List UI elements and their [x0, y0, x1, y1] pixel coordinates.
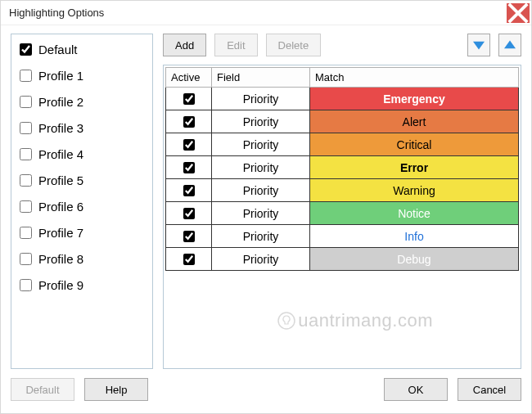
cancel-button[interactable]: Cancel — [458, 378, 521, 401]
col-header-active[interactable]: Active — [166, 68, 212, 88]
active-cell[interactable] — [166, 248, 212, 271]
field-cell: Priority — [212, 248, 310, 271]
default-button: Default — [11, 378, 74, 401]
active-checkbox[interactable] — [183, 139, 195, 151]
profile-item[interactable]: Profile 1 — [11, 62, 152, 88]
table-row[interactable]: PriorityNotice — [166, 202, 519, 225]
profile-label: Profile 6 — [38, 200, 83, 214]
table-header-row: Active Field Match — [166, 68, 519, 88]
profile-checkbox[interactable] — [20, 253, 32, 265]
profile-item[interactable]: Default — [11, 36, 152, 62]
active-checkbox[interactable] — [183, 162, 195, 173]
close-icon — [507, 2, 530, 25]
field-cell: Priority — [212, 202, 310, 225]
toolbar: Add Edit Delete — [163, 34, 521, 56]
rules-table: Active Field Match PriorityEmergencyPrio… — [165, 67, 519, 271]
table-row[interactable]: PriorityInfo — [166, 225, 519, 248]
field-cell: Priority — [212, 179, 310, 202]
match-cell: Info — [310, 225, 519, 248]
profile-item[interactable]: Profile 3 — [11, 115, 152, 141]
field-cell: Priority — [212, 110, 310, 133]
profile-item[interactable]: Profile 8 — [11, 245, 152, 272]
window-title: Highlighting Options — [9, 7, 507, 19]
table-row[interactable]: PriorityDebug — [166, 248, 519, 271]
active-checkbox[interactable] — [183, 208, 195, 219]
titlebar: Highlighting Options — [1, 1, 531, 25]
match-cell: Error — [310, 156, 519, 179]
profile-label: Profile 8 — [38, 252, 83, 266]
active-cell[interactable] — [166, 88, 212, 110]
profile-label: Profile 9 — [38, 278, 83, 292]
field-cell: Priority — [212, 88, 310, 110]
delete-button: Delete — [266, 34, 322, 56]
edit-button: Edit — [214, 34, 257, 56]
col-header-field[interactable]: Field — [212, 68, 310, 88]
profile-checkbox[interactable] — [20, 279, 32, 291]
col-header-match[interactable]: Match — [310, 68, 519, 88]
profiles-list[interactable]: DefaultProfile 1Profile 2Profile 3Profil… — [11, 34, 153, 369]
dialog-window: Highlighting Options DefaultProfile 1Pro… — [0, 0, 532, 414]
profile-checkbox[interactable] — [20, 200, 32, 213]
active-cell[interactable] — [166, 156, 212, 179]
profile-checkbox[interactable] — [20, 96, 32, 108]
profile-label: Default — [38, 43, 78, 56]
profile-label: Profile 2 — [38, 95, 83, 109]
right-pane: Add Edit Delete Acti — [163, 34, 521, 369]
profile-checkbox[interactable] — [20, 174, 32, 187]
help-button[interactable]: Help — [84, 378, 148, 401]
active-checkbox[interactable] — [183, 231, 195, 242]
profile-label: Profile 4 — [38, 147, 83, 161]
arrow-up-icon — [504, 39, 516, 51]
profile-label: Profile 5 — [38, 173, 83, 187]
active-cell[interactable] — [166, 110, 212, 133]
arrow-down-icon — [473, 39, 485, 51]
table-row[interactable]: PriorityAlert — [166, 110, 519, 133]
match-cell: Alert — [310, 110, 519, 133]
profile-checkbox[interactable] — [20, 148, 32, 160]
dialog-footer: Default Help OK Cancel — [1, 374, 531, 413]
active-checkbox[interactable] — [183, 93, 195, 105]
profile-label: Profile 1 — [38, 69, 83, 83]
match-cell: Debug — [310, 248, 519, 271]
profile-checkbox[interactable] — [20, 122, 32, 134]
ok-button[interactable]: OK — [384, 378, 448, 401]
profile-item[interactable]: Profile 4 — [11, 141, 152, 167]
table-row[interactable]: PriorityWarning — [166, 179, 519, 202]
match-cell: Warning — [310, 179, 519, 202]
active-cell[interactable] — [166, 202, 212, 225]
profile-item[interactable]: Profile 9 — [11, 272, 152, 298]
field-cell: Priority — [212, 225, 310, 248]
profile-label: Profile 7 — [38, 226, 83, 240]
active-cell[interactable] — [166, 225, 212, 248]
profile-label: Profile 3 — [38, 121, 83, 135]
match-cell: Critical — [310, 133, 519, 156]
table-row[interactable]: PriorityCritical — [166, 133, 519, 156]
active-cell[interactable] — [166, 133, 212, 156]
active-checkbox[interactable] — [183, 254, 195, 265]
profile-item[interactable]: Profile 5 — [11, 167, 152, 193]
profile-item[interactable]: Profile 2 — [11, 88, 152, 115]
match-cell: Emergency — [310, 88, 519, 110]
dialog-body: DefaultProfile 1Profile 2Profile 3Profil… — [1, 25, 531, 374]
profile-checkbox[interactable] — [20, 70, 32, 82]
profile-checkbox[interactable] — [20, 227, 32, 239]
field-cell: Priority — [212, 133, 310, 156]
field-cell: Priority — [212, 156, 310, 179]
profile-item[interactable]: Profile 7 — [11, 219, 152, 245]
active-checkbox[interactable] — [183, 185, 195, 196]
profile-checkbox[interactable] — [20, 43, 32, 56]
add-button[interactable]: Add — [163, 34, 206, 56]
move-up-button[interactable] — [498, 34, 521, 56]
close-button[interactable] — [507, 3, 530, 23]
left-pane: DefaultProfile 1Profile 2Profile 3Profil… — [11, 34, 153, 369]
match-cell: Notice — [310, 202, 519, 225]
active-checkbox[interactable] — [183, 116, 195, 128]
rules-table-box: Active Field Match PriorityEmergencyPrio… — [163, 65, 521, 369]
table-row[interactable]: PriorityError — [166, 156, 519, 179]
active-cell[interactable] — [166, 179, 212, 202]
table-row[interactable]: PriorityEmergency — [166, 88, 519, 110]
profile-item[interactable]: Profile 6 — [11, 193, 152, 219]
move-down-button[interactable] — [467, 34, 490, 56]
